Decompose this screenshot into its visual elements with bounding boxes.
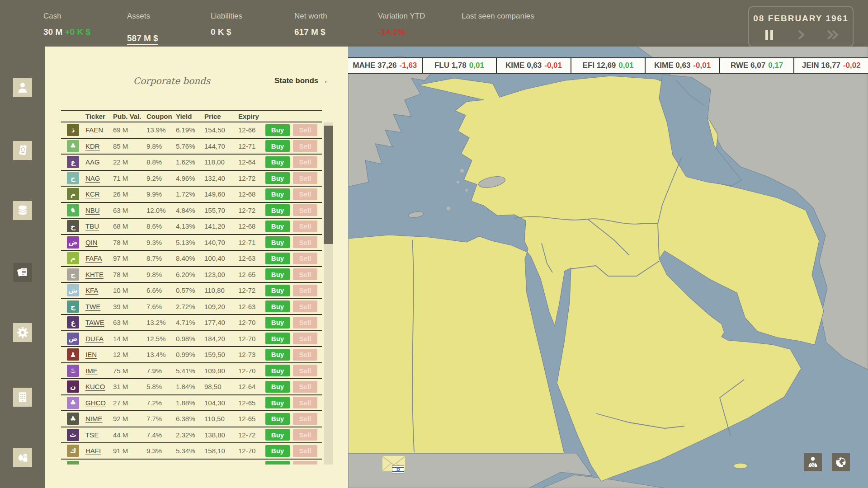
buy-button[interactable]: Buy <box>265 124 290 136</box>
globe-button[interactable] <box>832 453 850 471</box>
map-svg[interactable] <box>348 47 868 488</box>
sell-button[interactable]: Sell <box>293 333 317 344</box>
sell-button[interactable]: Sell <box>293 300 317 312</box>
sell-button[interactable]: Sell <box>293 285 317 296</box>
tape-company-efi[interactable]: EFI 12,690,01 <box>571 58 645 73</box>
sidebar-item-holdings[interactable] <box>13 201 32 220</box>
sell-button[interactable]: Sell <box>293 124 317 136</box>
bond-ticker-link[interactable]: QIN <box>85 239 113 246</box>
company-logo-icon: ح <box>67 172 79 184</box>
tape-company-flu[interactable]: FLU 1,780,01 <box>422 58 496 73</box>
bond-ticker-link[interactable]: IEN <box>85 351 113 358</box>
sidebar-item-passport[interactable] <box>13 141 32 160</box>
company-logo-icon: ♞ <box>67 204 79 216</box>
bond-ticker-link[interactable]: KHTE <box>85 271 113 278</box>
company-logo-icon: ♣ <box>67 413 79 425</box>
buy-button[interactable]: Buy <box>265 365 290 376</box>
sell-button[interactable]: Sell <box>293 236 317 248</box>
tape-company-rwe[interactable]: RWE 6,070,17 <box>719 58 794 73</box>
bond-ticker-link[interactable]: KUCO <box>85 383 113 390</box>
bond-ticker-link[interactable]: KFA <box>85 286 113 294</box>
buy-button[interactable]: Buy <box>265 188 290 200</box>
bond-ticker-link[interactable]: TAWE <box>85 319 113 326</box>
sell-button[interactable]: Sell <box>293 365 317 376</box>
sidebar-item-settings[interactable] <box>13 323 32 342</box>
buy-button[interactable]: Buy <box>265 156 290 168</box>
mail-notification[interactable] <box>382 455 406 473</box>
buy-button[interactable]: Buy <box>265 236 290 248</box>
sell-button[interactable]: Sell <box>293 397 317 408</box>
bond-ticker-link[interactable]: TWE <box>85 303 113 310</box>
column-header-coupon: Coupon <box>146 113 176 120</box>
sell-button[interactable]: Sell <box>293 253 317 264</box>
tape-company-kime[interactable]: KIME 0,63-0,01 <box>645 58 719 73</box>
buy-button[interactable]: Buy <box>265 221 290 232</box>
sidebar-item-companies[interactable] <box>13 388 32 407</box>
buy-button[interactable]: Buy <box>265 172 290 184</box>
sell-button[interactable]: Sell <box>293 381 317 393</box>
tape-symbol-price: JEIN 16,77 <box>802 61 840 70</box>
buy-button[interactable]: Buy <box>265 140 290 152</box>
stat-last-seen-companies: Last seen companies <box>462 0 561 45</box>
map-socotra-island[interactable] <box>734 463 747 469</box>
scrollbar-thumb[interactable] <box>324 126 333 244</box>
pause-button[interactable] <box>763 29 776 41</box>
sell-button[interactable]: Sell <box>293 172 317 184</box>
sell-button[interactable]: Sell <box>293 317 317 328</box>
investors-button[interactable]: $ <box>804 453 822 471</box>
buy-button[interactable]: Buy <box>265 429 290 441</box>
bond-ticker-link[interactable]: AAG <box>85 158 113 166</box>
table-scrollbar[interactable] <box>324 122 333 465</box>
bond-ticker-link[interactable]: FAEN <box>85 126 113 134</box>
bond-ticker-link[interactable]: KDR <box>85 142 113 150</box>
sell-button[interactable]: Sell <box>293 413 317 425</box>
sell-button[interactable]: Sell <box>293 461 317 465</box>
buy-button[interactable]: Buy <box>265 381 290 393</box>
bond-ticker-link[interactable]: HAFI <box>85 447 113 455</box>
sell-button[interactable]: Sell <box>293 140 317 152</box>
world-map[interactable]: MAHE 37,26-1,63FLU 1,780,01KIME 0,63-0,0… <box>348 47 868 488</box>
sidebar-item-character[interactable] <box>13 78 32 97</box>
tape-company-mahe[interactable]: MAHE 37,26-1,63 <box>348 58 422 73</box>
buy-button[interactable]: Buy <box>265 204 290 216</box>
bond-ticker-link[interactable]: NBU <box>85 206 113 214</box>
bond-ticker-link[interactable]: NAG <box>85 174 113 182</box>
buy-button[interactable]: Buy <box>265 333 290 344</box>
bond-ticker-link[interactable]: FAFA <box>85 254 113 262</box>
sell-button[interactable]: Sell <box>293 268 317 280</box>
buy-button[interactable]: Buy <box>265 397 290 408</box>
buy-button[interactable]: Buy <box>265 285 290 296</box>
buy-button[interactable]: Buy <box>265 413 290 425</box>
sell-button[interactable]: Sell <box>293 349 317 361</box>
sell-button[interactable]: Sell <box>293 445 317 457</box>
sell-button[interactable]: Sell <box>293 188 317 200</box>
buy-button[interactable]: Buy <box>265 300 290 312</box>
buy-button[interactable]: Buy <box>265 253 290 264</box>
bond-ticker-link[interactable]: GHCO <box>85 399 113 407</box>
sell-button[interactable]: Sell <box>293 156 317 168</box>
play-button[interactable] <box>795 29 807 41</box>
buy-button[interactable]: Buy <box>265 445 290 457</box>
bond-ticker-link[interactable]: TBU <box>85 222 113 230</box>
tape-company-jein[interactable]: JEIN 16,77-0,02 <box>793 58 868 73</box>
stat-value[interactable]: 587 M $ <box>127 27 211 45</box>
fast-forward-button[interactable] <box>826 29 839 41</box>
sidebar-item-commodities[interactable]: $ <box>13 448 32 467</box>
cell-expiry: 12-71 <box>238 239 265 246</box>
sell-button[interactable]: Sell <box>293 204 317 216</box>
tape-change: 0,17 <box>768 61 783 70</box>
tape-company-kime[interactable]: KIME 0,63-0,01 <box>496 58 571 73</box>
buy-button[interactable]: Buy <box>265 349 290 361</box>
buy-button[interactable]: Buy <box>265 317 290 328</box>
state-bonds-link[interactable]: State bonds → <box>274 76 328 85</box>
sell-button[interactable]: Sell <box>293 429 317 441</box>
sell-button[interactable]: Sell <box>293 221 317 232</box>
bond-ticker-link[interactable]: NIME <box>85 415 113 422</box>
bond-ticker-link[interactable]: DUFA <box>85 335 113 343</box>
bond-ticker-link[interactable]: KCR <box>85 190 113 198</box>
bond-ticker-link[interactable]: IME <box>85 367 113 375</box>
buy-button[interactable]: Buy <box>265 461 290 465</box>
buy-button[interactable]: Buy <box>265 268 290 280</box>
bond-ticker-link[interactable]: TSE <box>85 431 113 439</box>
sidebar-item-market-news[interactable] <box>13 263 32 282</box>
